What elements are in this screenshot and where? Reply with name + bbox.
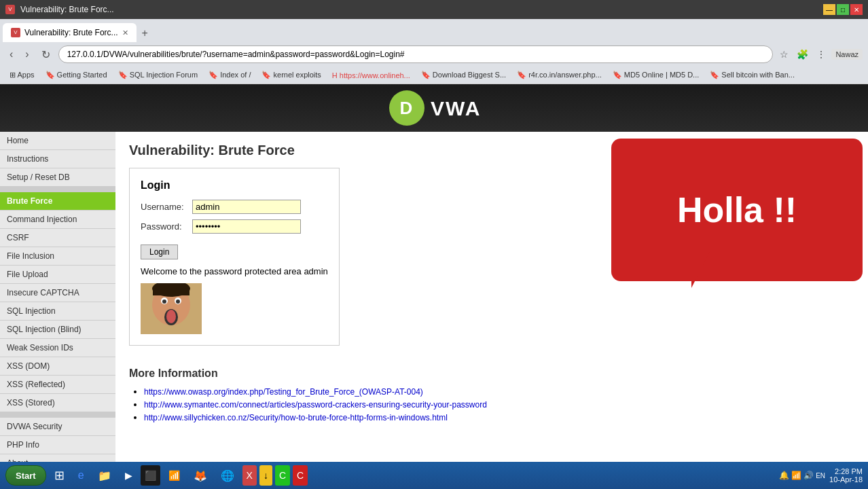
sidebar-item-dvwa-security[interactable]: DVWA Security [0, 418, 115, 436]
svg-text:D: D [400, 98, 414, 118]
username-input[interactable] [192, 200, 301, 214]
taskbar-chrome-icon[interactable]: 🌐 [215, 465, 240, 486]
dvwa-logo-svg: D VWA [366, 90, 502, 127]
bookmark-kernel[interactable]: 🔖 kernel exploits [257, 70, 325, 80]
taskbar-app3-icon[interactable]: C [293, 465, 308, 486]
more-info-link-2[interactable]: http://www.symantec.com/connect/articles… [144, 400, 487, 410]
password-label: Password: [141, 221, 188, 232]
taskbar-media-icon[interactable]: ▶ [120, 465, 138, 486]
bookmark-sql-forum[interactable]: 🔖 SQL Injection Forum [114, 70, 202, 80]
speech-bubble-text: Holla !! [677, 189, 797, 230]
list-item: https://www.owasp.org/index.php/Testing_… [144, 386, 854, 397]
back-button[interactable]: ‹ [5, 47, 17, 62]
page-title: Vulnerability: Brute Force [129, 143, 854, 158]
forward-button[interactable]: › [21, 47, 33, 62]
bookmark-apps[interactable]: ⊞ Apps [5, 70, 39, 80]
sidebar: Home Instructions Setup / Reset DB Brute… [0, 132, 115, 485]
window-controls[interactable]: — □ ✕ [823, 4, 863, 15]
menu-icon[interactable]: ⋮ [814, 48, 829, 61]
taskbar-network-icon: 📶 [791, 471, 801, 480]
window-title: Vulnerability: Brute Forc... [20, 5, 114, 14]
bookmark-index[interactable]: 🔖 Index of / [204, 70, 255, 80]
sidebar-item-file-upload[interactable]: File Upload [0, 266, 115, 284]
sidebar-item-xss-dom[interactable]: XSS (DOM) [0, 357, 115, 376]
bookmark-sell-btc[interactable]: 🔖 Sell bitcoin with Ban... [706, 70, 799, 80]
sidebar-item-xss-stored[interactable]: XSS (Stored) [0, 394, 115, 412]
start-button[interactable]: Start [5, 465, 46, 486]
bookmark-md5[interactable]: 🔖 MD5 Online | MD5 D... [609, 70, 704, 80]
speech-bubble-overlay: Holla !! [583, 132, 868, 322]
taskbar-ie-icon[interactable]: e [73, 465, 90, 486]
sidebar-item-file-inclusion[interactable]: File Inclusion [0, 247, 115, 266]
more-info-title: More Information [129, 367, 854, 380]
dvwa-logo: D VWA [366, 90, 502, 127]
browser-tab[interactable]: V Vulnerability: Brute Forc... ✕ [3, 23, 137, 42]
favicon-icon: V [5, 5, 15, 14]
bookmark-online[interactable]: H https://www.onlineh... [328, 71, 414, 80]
sidebar-item-csrf[interactable]: CSRF [0, 229, 115, 247]
sidebar-item-setup[interactable]: Setup / Reset DB [0, 168, 115, 187]
browser-chrome: V Vulnerability: Brute Forc... — □ ✕ V V… [0, 0, 868, 84]
taskbar-app1-icon[interactable]: ↓ [259, 465, 272, 486]
bookmark-r4r[interactable]: 🔖 r4r.co.in/answer.php... [513, 70, 606, 80]
url-bar[interactable] [58, 46, 774, 63]
sidebar-item-instructions[interactable]: Instructions [0, 150, 115, 168]
taskbar-notification-icon: 🔔 [779, 471, 789, 480]
reload-button[interactable]: ↻ [37, 47, 54, 62]
sidebar-item-home[interactable]: Home [0, 132, 115, 150]
bookmark-star-icon[interactable]: ☆ [777, 48, 791, 61]
tab-bar: V Vulnerability: Brute Forc... ✕ + [0, 19, 868, 42]
sidebar-item-sql-injection[interactable]: SQL Injection [0, 302, 115, 321]
surprise-image [141, 283, 202, 334]
taskbar-left: Start ⊞ e 📁 ▶ ⬛ 📶 🦊 🌐 X ↓ C C [5, 465, 308, 486]
bookmark-getting-started[interactable]: 🔖 Getting Started [41, 70, 111, 80]
login-button[interactable]: Login [141, 244, 178, 259]
sidebar-item-brute-force[interactable]: Brute Force [0, 192, 115, 211]
taskbar-app2-icon[interactable]: C [275, 465, 290, 486]
new-tab-button[interactable]: + [137, 24, 153, 42]
sidebar-item-insecure-captcha[interactable]: Insecure CAPTCHA [0, 284, 115, 302]
title-bar-left: V Vulnerability: Brute Forc... [5, 5, 114, 14]
welcome-text: Welcome to the password protected area a… [141, 266, 328, 276]
sidebar-item-sql-injection-blind[interactable]: SQL Injection (Blind) [0, 321, 115, 339]
page-wrapper: D VWA Home Instructions Setup / Reset DB… [0, 84, 868, 485]
taskbar-firefox-icon[interactable]: 🦊 [188, 465, 213, 486]
taskbar-right: 🔔 📶 🔊 EN 2:28 PM 10-Apr-18 [779, 467, 863, 484]
svg-point-10 [166, 310, 176, 323]
taskbar-terminal-icon[interactable]: ⬛ [141, 465, 160, 486]
taskbar-windows-icon[interactable]: ⊞ [49, 465, 70, 486]
minimize-button[interactable]: — [823, 4, 835, 15]
toolbar-icons: ☆ 🧩 ⋮ Nawaz [777, 48, 863, 61]
taskbar: Start ⊞ e 📁 ▶ ⬛ 📶 🦊 🌐 X ↓ C C 🔔 📶 🔊 EN 2… [0, 462, 868, 489]
more-info-link-1[interactable]: https://www.owasp.org/index.php/Testing_… [144, 387, 423, 397]
password-input[interactable] [192, 219, 301, 234]
close-button[interactable]: ✕ [850, 4, 863, 15]
maximize-button[interactable]: □ [837, 4, 849, 15]
login-box: Login Username: Password: Login Welcome … [129, 168, 340, 346]
main-content: Vulnerability: Brute Force Login Usernam… [115, 132, 868, 485]
sidebar-item-weak-session-ids[interactable]: Weak Session IDs [0, 339, 115, 357]
more-info-list: https://www.owasp.org/index.php/Testing_… [129, 386, 854, 422]
dvwa-content: Home Instructions Setup / Reset DB Brute… [0, 132, 868, 485]
login-title: Login [141, 179, 328, 192]
bookmark-download[interactable]: 🔖 Download Biggest S... [417, 70, 510, 80]
more-info-link-3[interactable]: http://www.sillychicken.co.nz/Security/h… [144, 413, 448, 422]
sidebar-item-xss-reflected[interactable]: XSS (Reflected) [0, 376, 115, 394]
bookmarks-bar: ⊞ Apps 🔖 Getting Started 🔖 SQL Injection… [0, 67, 868, 84]
address-bar-row: ‹ › ↻ ☆ 🧩 ⋮ Nawaz [0, 42, 868, 67]
tab-close-button[interactable]: ✕ [122, 29, 128, 37]
taskbar-xampp-icon[interactable]: X [242, 465, 257, 486]
tab-title: Vulnerability: Brute Forc... [24, 28, 118, 37]
title-bar: V Vulnerability: Brute Forc... — □ ✕ [0, 0, 868, 19]
sidebar-divider-2 [0, 412, 115, 418]
sidebar-item-php-info[interactable]: PHP Info [0, 436, 115, 454]
svg-point-8 [176, 300, 180, 304]
taskbar-folder-icon[interactable]: 📁 [92, 465, 117, 486]
clock-time: 2:28 PM [829, 467, 863, 475]
taskbar-keyboard-icon: EN [816, 472, 825, 479]
sidebar-item-command-injection[interactable]: Command Injection [0, 211, 115, 229]
user-account-label[interactable]: Nawaz [831, 49, 863, 60]
page-content: D VWA Home Instructions Setup / Reset DB… [0, 84, 868, 485]
extensions-icon[interactable]: 🧩 [794, 48, 811, 61]
taskbar-wifi-icon[interactable]: 📶 [163, 465, 185, 486]
